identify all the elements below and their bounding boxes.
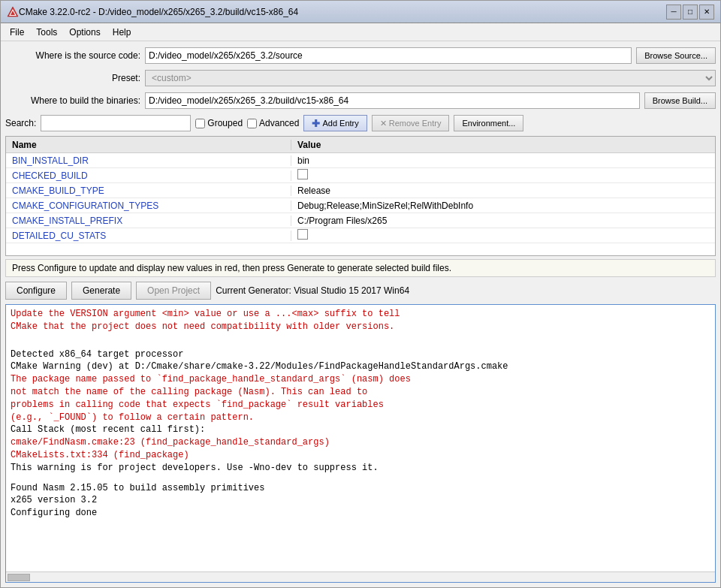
window-title: CMake 3.22.0-rc2 - D:/video_model/x265/x…: [19, 7, 666, 17]
variables-table: Name Value BIN_INSTALL_DIRbinCHECKED_BUI…: [5, 136, 716, 256]
grouped-checkbox[interactable]: [195, 119, 205, 128]
log-line: (e.g., `_FOUND`) to follow a certain pat…: [11, 412, 710, 424]
cell-name: CMAKE_CONFIGURATION_TYPES: [6, 201, 291, 211]
log-line: Found Nasm 2.15.05 to build assembly pri…: [11, 482, 710, 495]
content-area: Where is the source code: Browse Source.…: [1, 41, 720, 587]
table-row[interactable]: BIN_INSTALL_DIRbin: [6, 153, 715, 168]
grouped-checkbox-label[interactable]: Grouped: [195, 118, 243, 128]
build-label: Where to build the binaries:: [5, 95, 140, 106]
log-empty-line: [11, 475, 710, 482]
grouped-label: Grouped: [207, 118, 243, 128]
open-project-button[interactable]: Open Project: [136, 282, 211, 300]
log-line: Call Stack (most recent call first):: [11, 424, 710, 436]
advanced-checkbox-label[interactable]: Advanced: [247, 118, 299, 128]
table-row[interactable]: DETAILED_CU_STATS: [6, 228, 715, 243]
log-line: x265 version 3.2: [11, 494, 710, 507]
menu-help[interactable]: Help: [107, 26, 137, 39]
cell-value: C:/Program Files/x265: [291, 216, 715, 226]
cell-name: DETAILED_CU_STATS: [6, 231, 291, 241]
hscroll-thumb[interactable]: [8, 574, 30, 581]
title-bar: CMake 3.22.0-rc2 - D:/video_model/x265/x…: [1, 1, 720, 23]
generator-label: Current Generator: Visual Studio 15 2017…: [216, 285, 409, 296]
log-line: not match the name of the calling packag…: [11, 386, 710, 399]
add-entry-label: Add Entry: [322, 119, 358, 128]
log-line: CMakeLists.txt:334 (find_package): [11, 449, 710, 462]
col-value: Value: [291, 140, 715, 150]
cell-value[interactable]: [291, 229, 715, 242]
menu-tools[interactable]: Tools: [30, 26, 63, 39]
cell-value: bin: [291, 155, 715, 166]
search-label: Search:: [5, 118, 36, 128]
menu-options[interactable]: Options: [63, 26, 106, 39]
build-row: Where to build the binaries: Browse Buil…: [5, 91, 716, 110]
log-line: Update the VERSION argument <min> value …: [11, 308, 710, 321]
preset-label: Preset:: [5, 73, 140, 83]
generate-button[interactable]: Generate: [71, 282, 131, 300]
status-text: Press Configure to update and display ne…: [12, 263, 451, 273]
advanced-checkbox[interactable]: [247, 119, 257, 128]
cell-value: Release: [291, 185, 715, 196]
table-header: Name Value: [6, 137, 715, 153]
app-icon: [7, 6, 19, 18]
table-body[interactable]: BIN_INSTALL_DIRbinCHECKED_BUILDCMAKE_BUI…: [6, 153, 715, 255]
log-line: The package name passed to `find_package…: [11, 373, 710, 386]
source-input[interactable]: [145, 47, 632, 64]
remove-entry-button[interactable]: ✕ Remove Entry: [372, 115, 450, 131]
add-entry-button[interactable]: ✚ Add Entry: [303, 115, 367, 131]
main-window: CMake 3.22.0-rc2 - D:/video_model/x265/x…: [0, 0, 721, 588]
advanced-label: Advanced: [259, 118, 299, 128]
log-line: cmake/FindNasm.cmake:23 (find_package_ha…: [11, 436, 710, 449]
preset-select[interactable]: <custom>: [145, 70, 716, 86]
preset-row: Preset: <custom>: [5, 68, 716, 88]
status-bar: Press Configure to update and display ne…: [5, 259, 716, 277]
browse-build-button[interactable]: Browse Build...: [644, 92, 716, 109]
window-controls: ─ □ ✕: [666, 5, 714, 20]
menu-file[interactable]: File: [4, 26, 30, 39]
remove-entry-label: Remove Entry: [389, 119, 442, 128]
cell-name: BIN_INSTALL_DIR: [6, 155, 291, 166]
log-line: CMake that the project does not need com…: [11, 321, 710, 333]
horizontal-scrollbar[interactable]: [6, 571, 715, 582]
browse-source-button[interactable]: Browse Source...: [636, 47, 716, 64]
source-label: Where is the source code:: [5, 50, 140, 61]
log-line: Detected x86_64 target processor: [11, 348, 710, 361]
environment-button[interactable]: Environment...: [454, 115, 523, 131]
remove-icon: ✕: [380, 119, 387, 128]
table-row[interactable]: CHECKED_BUILD: [6, 168, 715, 183]
plus-icon: ✚: [312, 118, 320, 129]
search-input[interactable]: [41, 115, 191, 131]
build-input[interactable]: [145, 92, 640, 109]
cell-checkbox[interactable]: [297, 169, 308, 179]
log-empty-line: [11, 333, 710, 341]
log-line: Configuring done: [11, 507, 710, 520]
log-empty-line: [11, 341, 710, 348]
action-row: Configure Generate Open Project Current …: [5, 280, 716, 301]
col-name: Name: [6, 140, 291, 150]
source-row: Where is the source code: Browse Source.…: [5, 46, 716, 65]
cell-value: Debug;Release;MinSizeRel;RelWithDebInfo: [291, 201, 715, 211]
log-line: problems in calling code that expects `f…: [11, 399, 710, 412]
minimize-button[interactable]: ─: [666, 5, 681, 20]
maximize-button[interactable]: □: [683, 5, 698, 20]
log-line: This warning is for project developers. …: [11, 462, 710, 475]
log-container: Update the VERSION argument <min> value …: [5, 304, 716, 583]
cell-name: CHECKED_BUILD: [6, 170, 291, 181]
table-row[interactable]: CMAKE_INSTALL_PREFIXC:/Program Files/x26…: [6, 213, 715, 228]
close-button[interactable]: ✕: [699, 5, 714, 20]
table-row[interactable]: CMAKE_BUILD_TYPERelease: [6, 183, 715, 198]
cell-name: CMAKE_BUILD_TYPE: [6, 185, 291, 196]
cell-checkbox[interactable]: [297, 229, 308, 240]
log-body[interactable]: Update the VERSION argument <min> value …: [6, 305, 715, 571]
menu-bar: File Tools Options Help: [1, 23, 720, 41]
log-line: CMake Warning (dev) at D:/Cmake/share/cm…: [11, 360, 710, 373]
configure-button[interactable]: Configure: [5, 282, 67, 300]
table-row[interactable]: CMAKE_CONFIGURATION_TYPESDebug;Release;M…: [6, 198, 715, 213]
cell-value[interactable]: [291, 169, 715, 182]
toolbar-row: Search: Grouped Advanced ✚ Add Entry ✕ R…: [5, 113, 716, 133]
cell-name: CMAKE_INSTALL_PREFIX: [6, 216, 291, 226]
